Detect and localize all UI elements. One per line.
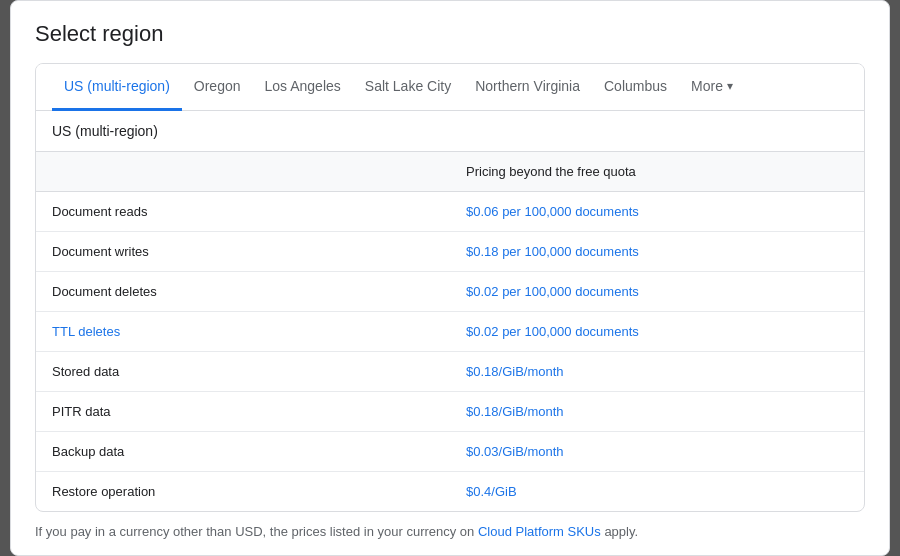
- tab-los-angeles[interactable]: Los Angeles: [253, 64, 353, 111]
- cloud-platform-skus-link[interactable]: Cloud Platform SKUs: [478, 524, 601, 539]
- more-label: More: [691, 78, 723, 94]
- table-row: TTL deletes$0.02 per 100,000 documents: [36, 312, 864, 352]
- row-label: Document writes: [36, 232, 450, 272]
- table-row: Backup data$0.03/GiB/month: [36, 432, 864, 472]
- row-price: $0.18 per 100,000 documents: [450, 232, 864, 272]
- row-price: $0.4/GiB: [450, 472, 864, 512]
- row-price: $0.02 per 100,000 documents: [450, 312, 864, 352]
- row-label: Restore operation: [36, 472, 450, 512]
- footer-note: If you pay in a currency other than USD,…: [35, 524, 865, 539]
- table-row: Document writes$0.18 per 100,000 documen…: [36, 232, 864, 272]
- tab-us-multi-region[interactable]: US (multi-region): [52, 64, 182, 111]
- tab-columbus[interactable]: Columbus: [592, 64, 679, 111]
- inner-card: US (multi-region) Oregon Los Angeles Sal…: [35, 63, 865, 512]
- tab-more[interactable]: More ▾: [679, 64, 745, 111]
- table-row: Document deletes$0.02 per 100,000 docume…: [36, 272, 864, 312]
- section-header: US (multi-region): [36, 111, 864, 152]
- row-price: $0.06 per 100,000 documents: [450, 192, 864, 232]
- row-label: Backup data: [36, 432, 450, 472]
- tabs-bar: US (multi-region) Oregon Los Angeles Sal…: [36, 64, 864, 111]
- row-price: $0.02 per 100,000 documents: [450, 272, 864, 312]
- col-header-label: [36, 152, 450, 192]
- page-title: Select region: [35, 21, 865, 47]
- table-row: Document reads$0.06 per 100,000 document…: [36, 192, 864, 232]
- table-row: Restore operation$0.4/GiB: [36, 472, 864, 512]
- tab-northern-virginia[interactable]: Northern Virginia: [463, 64, 592, 111]
- row-label: Document reads: [36, 192, 450, 232]
- row-label: TTL deletes: [36, 312, 450, 352]
- row-price: $0.03/GiB/month: [450, 432, 864, 472]
- row-label: PITR data: [36, 392, 450, 432]
- footer-text-before-link: If you pay in a currency other than USD,…: [35, 524, 478, 539]
- row-label: Stored data: [36, 352, 450, 392]
- row-price: $0.18/GiB/month: [450, 352, 864, 392]
- footer-text-after-link: apply.: [601, 524, 638, 539]
- pricing-table: Pricing beyond the free quota Document r…: [36, 152, 864, 511]
- table-row: Stored data$0.18/GiB/month: [36, 352, 864, 392]
- table-row: PITR data$0.18/GiB/month: [36, 392, 864, 432]
- col-header-pricing: Pricing beyond the free quota: [450, 152, 864, 192]
- tab-salt-lake-city[interactable]: Salt Lake City: [353, 64, 463, 111]
- row-label: Document deletes: [36, 272, 450, 312]
- outer-card: Select region US (multi-region) Oregon L…: [10, 0, 890, 556]
- row-price: $0.18/GiB/month: [450, 392, 864, 432]
- chevron-down-icon: ▾: [727, 79, 733, 93]
- tab-oregon[interactable]: Oregon: [182, 64, 253, 111]
- table-header-row: Pricing beyond the free quota: [36, 152, 864, 192]
